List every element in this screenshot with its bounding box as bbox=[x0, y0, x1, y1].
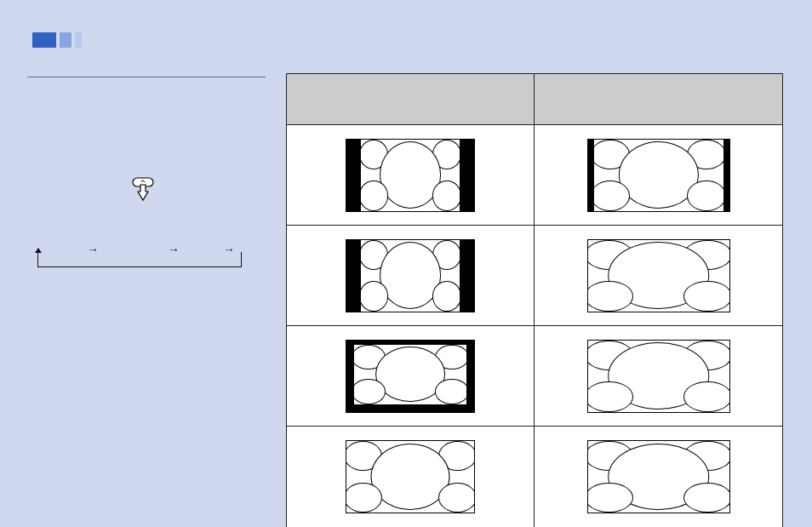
aspect-thumbnail bbox=[587, 440, 730, 513]
aspect-thumbnail bbox=[346, 440, 475, 513]
table-row bbox=[287, 326, 782, 427]
mode-cycle-diagram: → → → bbox=[36, 243, 249, 273]
logo-bar-2 bbox=[60, 32, 71, 48]
table-row bbox=[287, 427, 782, 527]
table-cell bbox=[535, 326, 782, 427]
table-row bbox=[287, 226, 782, 326]
column-header bbox=[287, 74, 535, 125]
logo-bar-3 bbox=[75, 32, 82, 48]
table-cell bbox=[287, 326, 535, 427]
return-arrow bbox=[37, 252, 242, 267]
aspect-thumbnail bbox=[346, 239, 475, 312]
section-divider bbox=[27, 77, 266, 77]
table-cell bbox=[535, 427, 782, 527]
aspect-thumbnail bbox=[346, 340, 475, 413]
aspect-thumbnail bbox=[587, 239, 730, 312]
table-header-row bbox=[287, 74, 782, 125]
aspect-thumbnail bbox=[587, 139, 730, 212]
aspect-thumbnail bbox=[587, 340, 730, 413]
column-header bbox=[535, 74, 782, 125]
table-cell bbox=[535, 226, 782, 326]
table-cell bbox=[287, 427, 535, 527]
aspect-thumbnail bbox=[346, 139, 475, 212]
table-cell bbox=[287, 226, 535, 326]
table-cell bbox=[287, 125, 535, 226]
logo-bars bbox=[32, 32, 82, 48]
press-button-icon bbox=[128, 175, 162, 209]
table-row bbox=[287, 125, 782, 226]
logo-bar-1 bbox=[32, 32, 56, 48]
table-cell bbox=[535, 125, 782, 226]
aspect-ratio-table bbox=[286, 73, 783, 527]
